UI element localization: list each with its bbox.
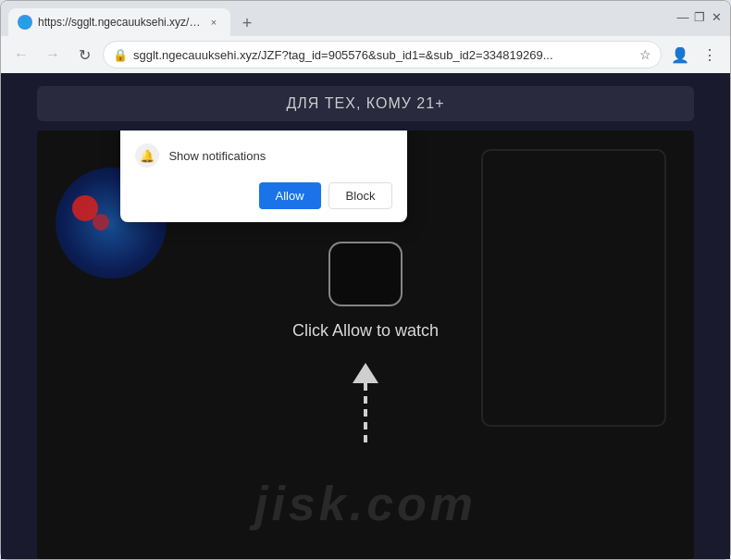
option-label: Show notifications — [168, 149, 266, 163]
permission-overlay: sgglt.ngecauuksehi.xyz wants to × 🔔 Show… — [37, 131, 693, 559]
navigation-bar: ← → ↻ 🔒 sgglt.ngecauuksehi.xyz/JZF?tag_i… — [1, 36, 730, 73]
bookmark-icon[interactable]: ☆ — [639, 47, 651, 62]
browser-window: 🌐 https://sgglt.ngecauuksehi.xyz/JZ × + … — [0, 0, 731, 560]
title-bar: 🌐 https://sgglt.ngecauuksehi.xyz/JZ × + … — [1, 1, 730, 36]
nav-right-icons: 👤 ⋮ — [667, 42, 723, 68]
lock-icon: 🔒 — [113, 48, 128, 62]
top-banner: ДЛЯ ТЕХ, КОМУ 21+ — [37, 86, 693, 121]
menu-button[interactable]: ⋮ — [697, 42, 723, 68]
top-banner-text: ДЛЯ ТЕХ, КОМУ 21+ — [286, 95, 444, 111]
forward-button[interactable]: → — [40, 42, 66, 68]
dialog-option-notifications: 🔔 Show notifications — [135, 138, 392, 173]
maximize-button[interactable]: ❐ — [693, 10, 706, 23]
address-bar[interactable]: 🔒 sgglt.ngecauuksehi.xyz/JZF?tag_id=9055… — [103, 41, 662, 68]
block-button[interactable]: Block — [328, 182, 393, 209]
window-controls: — ❐ ✕ — [676, 10, 723, 27]
bell-icon: 🔔 — [135, 143, 159, 168]
refresh-button[interactable]: ↻ — [71, 42, 97, 68]
tab-close-button[interactable]: × — [206, 15, 221, 30]
url-text: sgglt.ngecauuksehi.xyz/JZF?tag_id=905576… — [133, 48, 634, 62]
new-tab-button[interactable]: + — [234, 10, 260, 36]
profile-button[interactable]: 👤 — [667, 42, 693, 68]
allow-button[interactable]: Allow — [259, 182, 321, 209]
page-content: ДЛЯ ТЕХ, КОМУ 21+ Click Allow to watch j… — [1, 73, 730, 559]
video-area: Click Allow to watch jisk.com sgglt.ngec… — [37, 131, 693, 559]
tab-favicon: 🌐 — [18, 15, 32, 30]
dialog-buttons: Allow Block — [135, 182, 392, 209]
back-button[interactable]: ← — [8, 42, 34, 68]
tab-title: https://sgglt.ngecauuksehi.xyz/JZ — [38, 16, 201, 29]
tab-bar: 🌐 https://sgglt.ngecauuksehi.xyz/JZ × + — [8, 1, 676, 36]
minimize-button[interactable]: — — [676, 10, 689, 23]
active-tab[interactable]: 🌐 https://sgglt.ngecauuksehi.xyz/JZ × — [8, 8, 230, 36]
permission-dialog: sgglt.ngecauuksehi.xyz wants to × 🔔 Show… — [120, 131, 407, 222]
close-window-button[interactable]: ✕ — [710, 10, 723, 23]
